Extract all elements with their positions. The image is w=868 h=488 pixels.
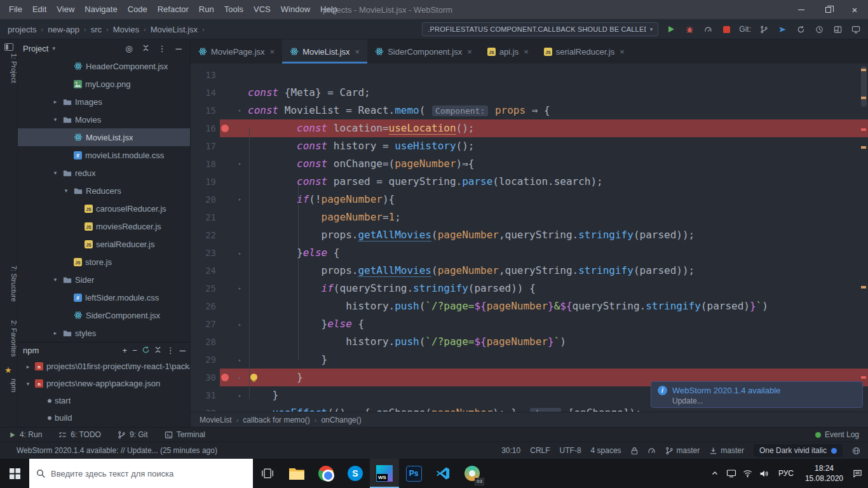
- line-number[interactable]: 26: [191, 297, 219, 315]
- fold-icon[interactable]: ▴: [233, 244, 247, 262]
- stripe-project[interactable]: 1: Project: [0, 53, 18, 83]
- gutter[interactable]: [219, 137, 233, 155]
- code-line-18[interactable]: 18▾ const onChange=(pageNumber)⇒{: [191, 155, 868, 173]
- code-text[interactable]: }else {: [247, 244, 868, 262]
- chevron-down-icon[interactable]: ▾: [62, 187, 71, 194]
- close-icon[interactable]: ×: [467, 47, 472, 57]
- webstorm-icon[interactable]: WS: [370, 459, 399, 488]
- breadcrumb-item[interactable]: new-app: [48, 25, 79, 34]
- npm-item[interactable]: build: [18, 409, 191, 426]
- tool-window-button-git[interactable]: 9: Git: [118, 430, 148, 439]
- npm-item[interactable]: ▾nprojects\new-app\package.json: [18, 375, 191, 392]
- collapse-all-icon[interactable]: [154, 346, 161, 355]
- code-text[interactable]: const history = useHistory();: [247, 137, 868, 155]
- gutter[interactable]: [219, 155, 233, 173]
- warning-mark[interactable]: [861, 97, 866, 99]
- line-number[interactable]: 15: [191, 102, 219, 119]
- gutter[interactable]: [219, 280, 233, 297]
- tree-item[interactable]: JSmoviesReducer.js: [18, 217, 190, 235]
- minimize-button[interactable]: [788, 0, 815, 19]
- editor-breadcrumb-item[interactable]: MovieList: [200, 416, 232, 424]
- gutter[interactable]: [219, 226, 233, 244]
- tab-serialReducer.js[interactable]: JSserialReducer.js×: [536, 39, 632, 64]
- breakpoint-dot[interactable]: [221, 374, 229, 381]
- chevron-down-icon[interactable]: ▾: [51, 276, 60, 283]
- line-number[interactable]: 32: [191, 404, 219, 412]
- line-number[interactable]: 14: [191, 84, 219, 102]
- code-line-25[interactable]: 25▾ if(queryString.stringify(parsed)) {: [191, 280, 868, 297]
- code-line-29[interactable]: 29▴ }: [191, 351, 868, 369]
- language-indicator[interactable]: РУС: [773, 469, 799, 478]
- warning-mark[interactable]: [861, 146, 866, 149]
- run-configuration-select[interactable]: .PROFILESTATUS COMPONENT.CALLBACK SHOULD…: [422, 22, 658, 36]
- gutter[interactable]: [219, 315, 233, 333]
- error-mark[interactable]: [861, 128, 866, 131]
- code-text[interactable]: const location=useLocation();: [247, 119, 868, 137]
- photoshop-icon[interactable]: Ps: [399, 459, 428, 488]
- menu-code[interactable]: Code: [123, 0, 153, 19]
- editor-area[interactable]: MoviePage.jsx×MovieList.jsx×SiderCompone…: [191, 39, 868, 427]
- layout-icon[interactable]: [832, 22, 843, 36]
- git-update-icon[interactable]: [795, 22, 806, 36]
- code-line-21[interactable]: 21 pageNumber=1;: [191, 208, 868, 226]
- file-encoding[interactable]: UTF-8: [560, 446, 581, 455]
- tray-network-icon[interactable]: [740, 459, 756, 488]
- code-text[interactable]: if(!pageNumber){: [247, 191, 868, 208]
- close-icon[interactable]: ×: [620, 47, 625, 57]
- notification-toast[interactable]: i WebStorm 2020.1.4 available Update...: [651, 381, 863, 408]
- tree-item[interactable]: SiderComponent.jsx: [18, 306, 190, 324]
- gutter[interactable]: [219, 173, 233, 191]
- tree-item[interactable]: ▾Movies: [18, 111, 190, 128]
- gutter[interactable]: [219, 191, 233, 208]
- chevron-down-icon[interactable]: ▾: [52, 45, 55, 51]
- fold-icon[interactable]: ▾: [233, 155, 247, 173]
- stripe-structure[interactable]: 7: Structure: [0, 266, 18, 302]
- code-line-23[interactable]: 23▴ }else {: [191, 244, 868, 262]
- line-separator[interactable]: CRLF: [530, 446, 550, 455]
- line-number[interactable]: 16: [191, 119, 219, 137]
- lightbulb-icon[interactable]: [250, 374, 257, 381]
- warning-mark[interactable]: [861, 286, 866, 288]
- stripe-favorites[interactable]: 2: Favorites: [0, 320, 18, 356]
- breadcrumb-item[interactable]: MovieList.jsx: [151, 25, 198, 34]
- menu-file[interactable]: File: [4, 0, 27, 19]
- tree-item[interactable]: #movieList.module.css: [18, 146, 190, 164]
- menu-edit[interactable]: Edit: [27, 0, 51, 19]
- line-number[interactable]: 17: [191, 137, 219, 155]
- collapse-all-icon[interactable]: [139, 44, 152, 53]
- debug-button[interactable]: [684, 22, 695, 36]
- line-number[interactable]: 20: [191, 191, 219, 208]
- search-input[interactable]: [51, 469, 246, 478]
- code-text[interactable]: if(queryString.stringify(parsed)) {: [247, 280, 868, 297]
- globe-icon[interactable]: [852, 447, 860, 455]
- tool-window-button-todo[interactable]: 6: TODO: [58, 430, 101, 439]
- update-indicator-icon[interactable]: [831, 448, 837, 454]
- tab-MovieList.jsx[interactable]: MovieList.jsx×: [282, 39, 367, 64]
- code-text[interactable]: const parsed = queryString.parse(locatio…: [247, 173, 868, 191]
- skype-icon[interactable]: S: [341, 459, 370, 488]
- tab-MoviePage.jsx[interactable]: MoviePage.jsx×: [191, 39, 282, 64]
- git-history-icon[interactable]: [813, 22, 825, 36]
- code-line-19[interactable]: 19 const parsed = queryString.parse(loca…: [191, 173, 868, 191]
- more-options-icon[interactable]: ⋮: [156, 44, 168, 53]
- tab-api.js[interactable]: JSapi.js×: [480, 39, 536, 64]
- action-center-icon[interactable]: [849, 459, 865, 488]
- line-number[interactable]: 27: [191, 315, 219, 333]
- menu-run[interactable]: Run: [194, 0, 219, 19]
- menu-window[interactable]: Window: [276, 0, 315, 19]
- line-number[interactable]: 19: [191, 173, 219, 191]
- error-stripe[interactable]: [859, 64, 868, 412]
- fold-icon[interactable]: ▴: [233, 369, 247, 386]
- code-text[interactable]: props.getAllMovies(pageNumber,queryStrin…: [247, 262, 868, 280]
- code-text[interactable]: const MovieList = React.memo( Component:…: [247, 102, 868, 119]
- hide-panel-icon[interactable]: ─: [172, 44, 185, 53]
- git-branch-widget[interactable]: master: [665, 446, 700, 455]
- code-text[interactable]: history.push(`/?page=${pageNumber}&${que…: [247, 297, 868, 315]
- npm-item[interactable]: start: [18, 392, 191, 409]
- breakpoint-dot[interactable]: [221, 125, 229, 132]
- chevron-right-icon[interactable]: ▸: [24, 363, 32, 370]
- fold-icon[interactable]: ▾: [233, 280, 247, 297]
- fold-icon[interactable]: ▾: [233, 102, 247, 119]
- fold-icon[interactable]: ▴: [233, 351, 247, 369]
- more-options-icon[interactable]: ⋮: [166, 346, 175, 355]
